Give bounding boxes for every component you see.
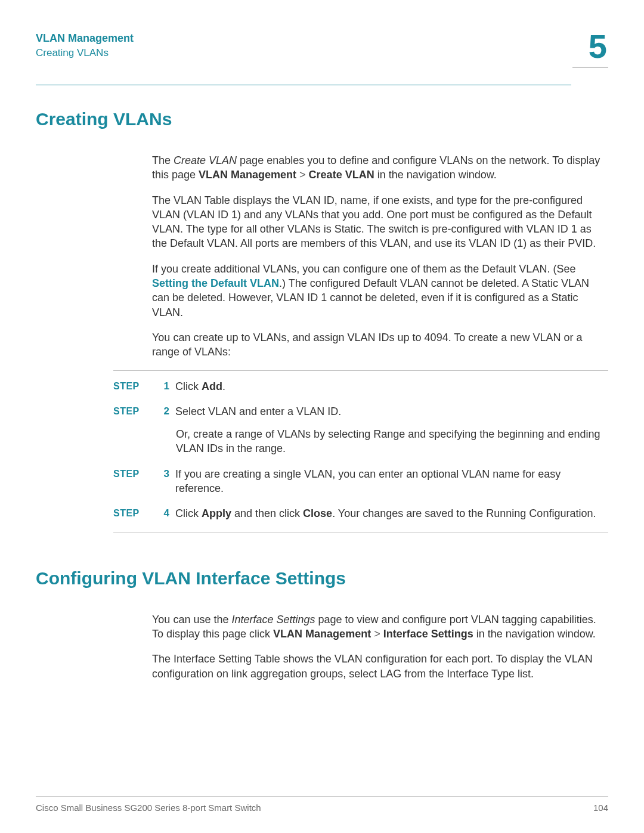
- bold-vlan-management: VLAN Management: [199, 169, 296, 181]
- para-vlan-table-desc: The VLAN Table displays the VLAN ID, nam…: [152, 193, 606, 251]
- section1-body: The Create VLAN page enables you to defi…: [152, 153, 606, 360]
- section-heading-configuring-vlan-interface: Configuring VLAN Interface Settings: [36, 568, 608, 589]
- bold-close: Close: [303, 507, 332, 519]
- step-number: 1: [155, 379, 175, 394]
- bold-apply: Apply: [202, 507, 231, 519]
- bold-create-vlan: Create VLAN: [309, 169, 374, 181]
- para-create-up-to: You can create up to VLANs, and assign V…: [152, 330, 606, 360]
- italic-create-vlan: Create VLAN: [174, 154, 237, 166]
- header-chapter-title: VLAN Management: [36, 32, 134, 45]
- chapter-number-underline: [572, 67, 608, 68]
- footer-page-number: 104: [593, 803, 608, 813]
- step-number: 3: [155, 467, 175, 496]
- step-number: 4: [155, 506, 175, 521]
- bold-vlan-management-2: VLAN Management: [273, 628, 371, 640]
- chapter-number: 5: [572, 30, 608, 63]
- link-setting-default-vlan[interactable]: Setting the Default VLAN: [152, 277, 279, 289]
- document-page: VLAN Management Creating VLANs 5 Creatin…: [0, 0, 644, 833]
- italic-interface-settings: Interface Settings: [231, 614, 315, 625]
- step-text: Select VLAN and enter a VLAN ID.: [175, 404, 606, 419]
- para-create-vlan-intro: The Create VLAN page enables you to defi…: [152, 153, 606, 182]
- footer-row: Cisco Small Business SG200 Series 8-port…: [36, 803, 608, 813]
- step-text: Click Apply and then click Close. Your c…: [175, 506, 606, 521]
- footer-divider: [36, 796, 608, 797]
- step-text: If you are creating a single VLAN, you c…: [175, 467, 606, 496]
- para-default-vlan-desc: If you create additional VLANs, you can …: [152, 262, 606, 320]
- header-right: 5: [572, 30, 608, 68]
- bold-add: Add: [202, 380, 222, 392]
- steps-top-rule: [113, 370, 608, 371]
- step-label: STEP: [113, 379, 155, 394]
- step-2-continuation: Or, create a range of VLANs by selecting…: [176, 427, 606, 456]
- step-label: STEP: [113, 404, 155, 419]
- step-row-3: STEP 3 If you are creating a single VLAN…: [113, 467, 606, 496]
- bold-interface-settings: Interface Settings: [383, 628, 473, 640]
- step-label: STEP: [113, 467, 155, 496]
- section-heading-creating-vlans: Creating VLANs: [36, 109, 608, 129]
- steps-bottom-rule: [113, 532, 608, 532]
- para-interface-settings-intro: You can use the Interface Settings page …: [152, 612, 606, 642]
- para-interface-setting-table: The Interface Setting Table shows the VL…: [152, 652, 606, 681]
- step-label: STEP: [113, 506, 155, 521]
- header-divider: [36, 85, 571, 85]
- step-row-2: STEP 2 Select VLAN and enter a VLAN ID.: [113, 404, 606, 419]
- footer-product-name: Cisco Small Business SG200 Series 8-port…: [36, 803, 261, 813]
- page-header: VLAN Management Creating VLANs 5: [36, 30, 608, 68]
- step-text: Click Add.: [175, 379, 606, 394]
- section2-body: You can use the Interface Settings page …: [152, 612, 606, 681]
- page-footer: Cisco Small Business SG200 Series 8-port…: [36, 796, 608, 813]
- header-left: VLAN Management Creating VLANs: [36, 30, 134, 59]
- header-section-title: Creating VLANs: [36, 47, 134, 59]
- step-row-4: STEP 4 Click Apply and then click Close.…: [113, 506, 606, 521]
- step-number: 2: [155, 404, 175, 419]
- step-row-1: STEP 1 Click Add.: [113, 379, 606, 394]
